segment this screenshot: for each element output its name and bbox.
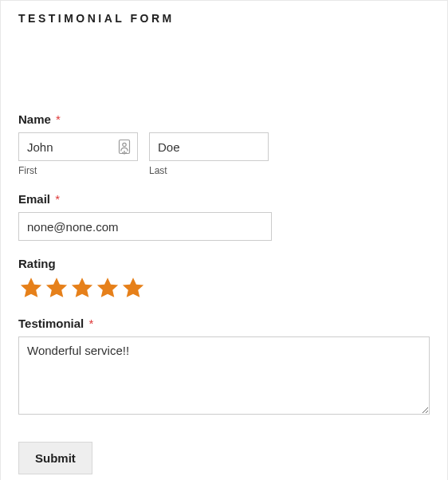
- rating-stars[interactable]: [18, 275, 430, 301]
- star-icon[interactable]: [69, 275, 95, 301]
- email-field: Email *: [18, 192, 430, 241]
- last-name-input[interactable]: [149, 132, 269, 161]
- testimonial-input[interactable]: [18, 336, 430, 415]
- required-mark: *: [88, 317, 93, 330]
- email-label: Email *: [18, 192, 430, 206]
- last-name-col: Last: [149, 132, 269, 176]
- rating-label: Rating: [18, 257, 430, 270]
- testimonial-form-card: TESTIMONIAL FORM Name * First: [0, 0, 448, 480]
- submit-button[interactable]: Submit: [18, 442, 92, 474]
- first-name-input[interactable]: [18, 132, 138, 161]
- email-input[interactable]: [18, 212, 272, 241]
- star-icon[interactable]: [44, 275, 69, 301]
- testimonial-label: Testimonial *: [18, 317, 430, 330]
- name-field: Name * First Last: [18, 112, 430, 176]
- required-mark: *: [56, 112, 61, 126]
- form-title: TESTIMONIAL FORM: [18, 12, 430, 25]
- rating-field: Rating: [18, 257, 430, 301]
- star-icon[interactable]: [120, 275, 146, 301]
- email-label-text: Email: [18, 192, 50, 206]
- first-name-sublabel: First: [18, 165, 138, 176]
- name-label-text: Name: [18, 112, 51, 126]
- testimonial-label-text: Testimonial: [18, 317, 84, 330]
- last-name-sublabel: Last: [149, 165, 269, 176]
- first-name-col: First: [18, 132, 138, 176]
- testimonial-field: Testimonial *: [18, 317, 430, 415]
- star-icon[interactable]: [18, 275, 44, 301]
- star-icon[interactable]: [95, 275, 120, 301]
- required-mark: *: [55, 192, 60, 206]
- name-label: Name *: [18, 112, 430, 126]
- name-row: First Last: [18, 132, 430, 176]
